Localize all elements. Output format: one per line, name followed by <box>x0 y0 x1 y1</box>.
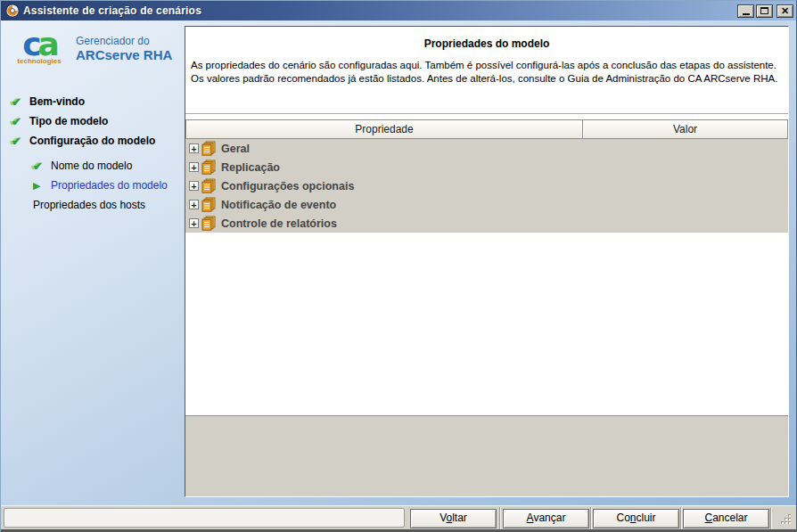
maximize-icon <box>760 7 768 14</box>
voltar-button[interactable]: Voltar <box>410 509 497 528</box>
expand-plus-icon[interactable]: + <box>189 218 199 228</box>
step-configuracao-do-modelo: ✔ Configuração do modelo <box>1 131 185 151</box>
titlebar: Assistente de criação de cenários ✕ <box>1 1 796 20</box>
concluir-button[interactable]: Concluir <box>593 509 679 528</box>
page-title: Propriedades do modelo <box>185 37 788 50</box>
check-icon: ✔ <box>12 135 29 148</box>
description-line1: As propriedades do cenário são configura… <box>191 59 783 72</box>
status-box <box>4 508 405 528</box>
expand-plus-icon[interactable]: + <box>189 181 199 191</box>
check-icon: ✔ <box>12 115 29 128</box>
properties-table-header: Propriedade Valor <box>185 119 788 139</box>
column-header-valor[interactable]: Valor <box>583 119 788 139</box>
button-separator <box>680 507 681 529</box>
expand-plus-icon[interactable]: + <box>189 143 199 153</box>
ca-logo: ca technologies <box>13 31 65 65</box>
expand-plus-icon[interactable]: + <box>189 162 199 172</box>
maximize-button[interactable] <box>756 4 773 18</box>
button-separator <box>590 507 591 529</box>
tree-row-label: Replicação <box>221 161 280 174</box>
product-name-line1: Gerenciador do <box>76 35 172 47</box>
app-icon <box>5 4 20 18</box>
main-panel: Propriedades do modelo As propriedades d… <box>185 26 789 497</box>
minimize-button[interactable] <box>737 4 754 18</box>
close-button[interactable]: ✕ <box>776 4 793 18</box>
tree-row-label: Geral <box>221 143 250 155</box>
tree-row-notificacao-de-evento[interactable]: + Notificação de evento <box>185 195 788 214</box>
step-propriedades-dos-hosts: Propriedades dos hosts <box>1 195 185 215</box>
description-line2: Os valores padrão recomendados já estão … <box>191 72 783 86</box>
current-step-arrow-icon: ▶ <box>33 180 51 192</box>
wizard-sidebar: ca technologies Gerenciador do ARCserve … <box>1 20 185 496</box>
tree-row-configuracoes-opcionais[interactable]: + Configurações opcionais <box>185 176 788 195</box>
check-icon: ✔ <box>12 95 29 109</box>
window-title: Assistente de criação de cenários <box>23 4 737 17</box>
step-bem-vindo: ✔ Bem-vindo <box>1 92 185 111</box>
property-group-icon <box>201 178 217 193</box>
step-tipo-de-modelo: ✔ Tipo de modelo <box>1 111 185 131</box>
properties-tree: + Geral + <box>185 139 788 233</box>
cancelar-button[interactable]: Cancelar <box>683 509 769 528</box>
property-group-icon <box>201 141 217 156</box>
property-group-icon <box>201 197 217 212</box>
bottom-bar: Voltar Avançar Concluir Cancelar <box>1 505 796 529</box>
tree-row-geral[interactable]: + Geral <box>185 139 788 158</box>
page-description: As propriedades do cenário são configura… <box>191 59 783 86</box>
expand-plus-icon[interactable]: + <box>189 200 199 209</box>
button-separator <box>499 507 500 529</box>
minimize-icon <box>743 13 750 15</box>
close-icon: ✕ <box>781 6 789 16</box>
button-separator <box>770 507 771 529</box>
property-group-icon <box>201 160 217 175</box>
resize-grip[interactable] <box>779 512 793 526</box>
avancar-button[interactable]: Avançar <box>503 509 589 528</box>
wizard-steps: ✔ Bem-vindo ✔ Tipo de modelo ✔ Configura… <box>1 92 185 215</box>
column-header-propriedade[interactable]: Propriedade <box>185 119 583 139</box>
check-icon: ✔ <box>33 160 51 173</box>
tree-row-controle-de-relatorios[interactable]: + Controle de relatórios <box>185 214 788 233</box>
property-group-icon <box>201 216 217 231</box>
content-area: Propriedades do modelo As propriedades d… <box>185 27 788 416</box>
tree-row-label: Controle de relatórios <box>221 217 337 230</box>
step-propriedades-do-modelo: ▶ Propriedades do modelo <box>1 176 185 195</box>
brand-block: ca technologies Gerenciador do ARCserve … <box>13 31 172 65</box>
logo-technologies-label: technologies <box>13 57 65 65</box>
page-header: Propriedades do modelo As propriedades d… <box>185 27 788 114</box>
tree-row-label: Notificação de evento <box>221 199 336 211</box>
tree-row-label: Configurações opcionais <box>221 180 354 192</box>
step-nome-do-modelo: ✔ Nome do modelo <box>1 156 185 176</box>
product-name-line2: ARCserve RHA <box>76 47 172 63</box>
tree-row-replicacao[interactable]: + Replicação <box>185 158 788 176</box>
wizard-window: Assistente de criação de cenários ✕ ca t… <box>0 0 797 532</box>
